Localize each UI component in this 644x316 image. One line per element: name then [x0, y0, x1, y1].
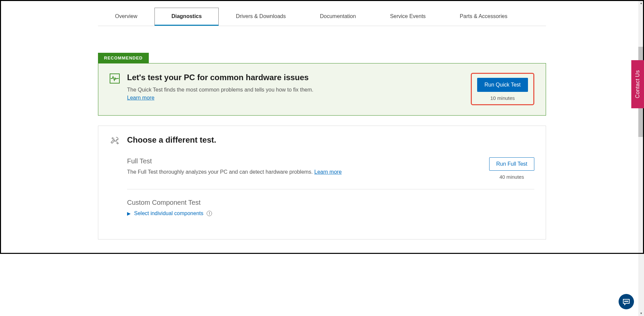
run-full-test-button[interactable]: Run Full Test: [489, 157, 534, 171]
info-icon[interactable]: !: [207, 211, 212, 216]
contact-us-tab[interactable]: Contact Us: [631, 60, 644, 108]
other-tests-panel: Choose a different test. Full Test The F…: [98, 126, 546, 240]
tools-icon: [110, 136, 120, 146]
tab-parts-accessories[interactable]: Parts & Accessories: [443, 8, 524, 26]
select-individual-components-toggle[interactable]: ▶ Select individual components !: [127, 210, 534, 216]
tab-drivers-downloads[interactable]: Drivers & Downloads: [219, 8, 303, 26]
quick-test-duration: 10 minutes: [477, 95, 528, 101]
heartbeat-icon: [110, 73, 120, 84]
quick-test-learn-more-link[interactable]: Learn more: [127, 95, 154, 101]
full-test-learn-more-link[interactable]: Learn more: [314, 169, 342, 175]
recommended-badge: RECOMMENDED: [98, 53, 149, 63]
highlight-box: Run Quick Test 10 minutes: [471, 73, 534, 105]
caret-right-icon: ▶: [127, 211, 131, 216]
tab-diagnostics[interactable]: Diagnostics: [154, 8, 219, 26]
select-individual-components-label: Select individual components: [134, 210, 203, 216]
custom-test-title: Custom Component Test: [127, 199, 534, 206]
full-test-title: Full Test: [127, 157, 342, 165]
quick-test-description: The Quick Test finds the most common pro…: [127, 87, 313, 93]
tab-bar: Overview Diagnostics Drivers & Downloads…: [98, 8, 546, 26]
other-tests-title: Choose a different test.: [127, 135, 216, 145]
scrollbar[interactable]: ▴ ▾: [638, 0, 644, 254]
run-quick-test-button[interactable]: Run Quick Test: [477, 78, 528, 92]
tab-documentation[interactable]: Documentation: [303, 8, 373, 26]
full-test-section: Full Test The Full Test thoroughly analy…: [127, 157, 534, 189]
quick-test-panel: Let's test your PC for common hardware i…: [98, 63, 546, 116]
custom-test-section: Custom Component Test ▶ Select individua…: [127, 189, 534, 226]
tab-service-events[interactable]: Service Events: [373, 8, 443, 26]
quick-test-title: Let's test your PC for common hardware i…: [127, 73, 313, 82]
scrollbar-up-arrow[interactable]: ▴: [638, 0, 644, 6]
full-test-description: The Full Test thoroughly analyzes your P…: [127, 169, 342, 175]
full-test-duration: 40 minutes: [489, 174, 534, 180]
tab-overview[interactable]: Overview: [98, 8, 154, 26]
